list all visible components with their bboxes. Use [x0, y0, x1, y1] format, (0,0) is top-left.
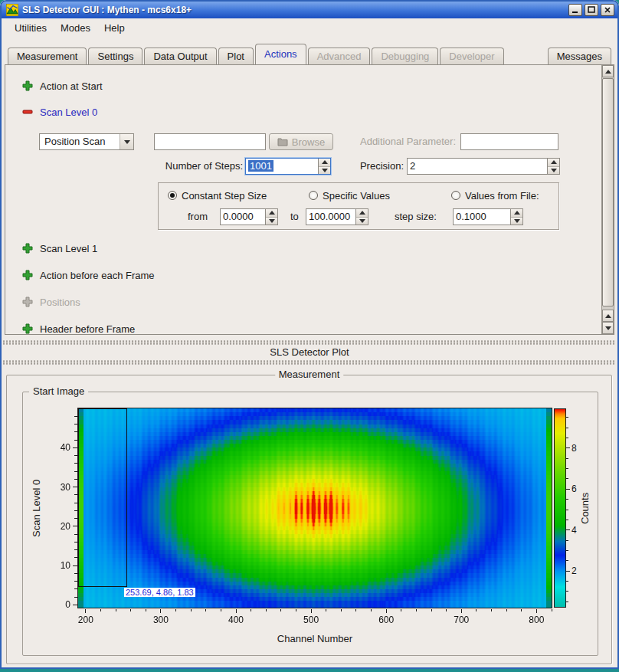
arrow-up-icon	[605, 314, 611, 318]
y-tick-label: 20	[46, 521, 70, 532]
y-minor-tick	[74, 440, 77, 441]
tab-data-output[interactable]: Data Output	[144, 48, 216, 64]
x-minor-tick	[371, 609, 372, 611]
menu-modes[interactable]: Modes	[54, 20, 97, 36]
x-minor-tick	[401, 609, 401, 611]
menu-help[interactable]: Help	[97, 20, 132, 36]
y-minor-tick	[74, 455, 77, 456]
y-minor-tick	[74, 549, 77, 550]
precision-value[interactable]: 2	[408, 159, 547, 174]
y-minor-tick	[74, 581, 77, 582]
y-minor-tick	[74, 503, 77, 503]
tab-plot[interactable]: Plot	[218, 48, 254, 64]
spin-down-button[interactable]	[511, 218, 522, 225]
to-value[interactable]: 100.0000	[306, 209, 355, 225]
step-settings-group: Constant Step Size Specific Values Value…	[158, 182, 559, 230]
specific-values-radio[interactable]: Specific Values	[309, 189, 390, 202]
expand-plus-icon[interactable]	[22, 80, 33, 91]
step-size-label: step size:	[395, 208, 437, 225]
colorbar-minor-tick	[566, 602, 568, 602]
x-minor-tick	[280, 609, 281, 611]
x-minor-tick	[116, 609, 116, 611]
colorbar-minor-tick	[566, 458, 568, 459]
spin-up-button[interactable]	[511, 209, 522, 218]
tab-messages[interactable]: Messages	[548, 48, 611, 64]
expand-plus-icon[interactable]	[22, 243, 33, 254]
spin-up-button[interactable]	[356, 209, 368, 218]
colorbar-title: Counts	[578, 409, 591, 607]
scroll-down-button[interactable]	[602, 322, 614, 334]
from-value[interactable]: 0.0000	[221, 209, 265, 225]
x-minor-tick	[431, 609, 432, 611]
close-button[interactable]	[601, 4, 614, 16]
step-size-value[interactable]: 0.1000	[454, 209, 510, 225]
x-minor-tick	[100, 609, 101, 611]
colorbar-minor-tick	[566, 591, 568, 592]
x-tick	[311, 609, 312, 613]
header-before-frame-row[interactable]: Header before Frame	[22, 321, 135, 335]
x-tick	[386, 609, 387, 613]
spin-up-button[interactable]	[548, 159, 559, 167]
constant-step-size-radio[interactable]: Constant Step Size	[168, 189, 267, 202]
tab-settings[interactable]: Settings	[88, 48, 142, 64]
spin-down-button[interactable]	[548, 167, 559, 175]
scan-mode-combobox[interactable]: Position Scan	[39, 133, 134, 150]
y-minor-tick	[74, 518, 77, 519]
from-spinbox[interactable]: 0.0000	[220, 208, 278, 225]
arrow-up-icon	[605, 70, 611, 74]
scrollbar-thumb[interactable]	[602, 78, 614, 306]
y-minor-tick	[74, 494, 77, 495]
scroll-up-button[interactable]	[602, 310, 614, 322]
expand-plus-icon[interactable]	[22, 323, 33, 334]
number-of-steps-spinbox[interactable]: 1001	[245, 158, 331, 175]
precision-spinbox[interactable]: 2	[407, 158, 560, 175]
tab-debugging: Debugging	[372, 48, 438, 64]
measurement-group: Measurement Start Image 253.69, 4.86, 1.…	[6, 375, 612, 664]
number-of-steps-value[interactable]: 1001	[248, 160, 273, 172]
scan-level-1-row[interactable]: Scan Level 1	[22, 241, 97, 256]
splitter-handle[interactable]	[3, 360, 616, 365]
y-tick-label: 30	[46, 482, 70, 493]
to-spinbox[interactable]: 100.0000	[306, 208, 368, 225]
chevron-down-icon[interactable]	[120, 134, 133, 149]
collapse-minus-icon[interactable]	[22, 107, 33, 117]
values-from-file-radio[interactable]: Values from File:	[451, 189, 539, 202]
menu-utilities[interactable]: Utilities	[8, 20, 54, 36]
colorbar-minor-tick	[566, 520, 568, 520]
scroll-up-button[interactable]	[602, 65, 614, 77]
spin-up-button[interactable]	[266, 209, 277, 218]
spin-down-button[interactable]	[319, 167, 330, 175]
values-from-file-label: Values from File:	[465, 190, 539, 202]
expand-plus-icon-disabled	[22, 297, 33, 307]
expand-plus-icon[interactable]	[22, 270, 33, 280]
y-axis-title: Scan Level 0	[29, 408, 43, 608]
colorbar-tick	[566, 529, 570, 530]
spin-down-button[interactable]	[356, 218, 368, 225]
x-minor-tick	[146, 609, 146, 611]
y-minor-tick	[74, 416, 77, 417]
maximize-button[interactable]	[585, 4, 598, 16]
action-at-start-row[interactable]: Action at Start	[22, 78, 103, 93]
tab-actions[interactable]: Actions	[255, 44, 306, 64]
scan-level-0-label: Scan Level 0	[40, 107, 97, 118]
scan-level-0-row[interactable]: Scan Level 0	[22, 104, 97, 120]
spin-up-button[interactable]	[319, 159, 330, 167]
tab-measurement[interactable]: Measurement	[8, 48, 87, 64]
vertical-scrollbar[interactable]	[601, 65, 614, 334]
x-minor-tick	[296, 609, 296, 611]
additional-parameter-input[interactable]	[460, 133, 558, 150]
y-tick	[73, 447, 77, 448]
x-tick-label: 600	[371, 615, 401, 625]
titlebar[interactable]: SLS Detector GUI : Mythen - mcs6x18+	[2, 2, 617, 18]
action-before-frame-row[interactable]: Action before each Frame	[22, 267, 155, 283]
colorbar-minor-tick	[566, 540, 568, 541]
spin-down-button[interactable]	[266, 218, 277, 225]
scan-file-input[interactable]	[154, 133, 266, 150]
minimize-button[interactable]	[568, 4, 582, 16]
splitter-handle[interactable]	[3, 340, 616, 345]
step-size-spinbox[interactable]: 0.1000	[453, 208, 523, 225]
y-minor-tick	[74, 479, 77, 480]
y-minor-tick	[74, 542, 77, 543]
actions-tab-pane: Action at Start Scan Level 0 Position Sc…	[5, 64, 614, 335]
heatmap-canvas[interactable]	[77, 408, 552, 608]
